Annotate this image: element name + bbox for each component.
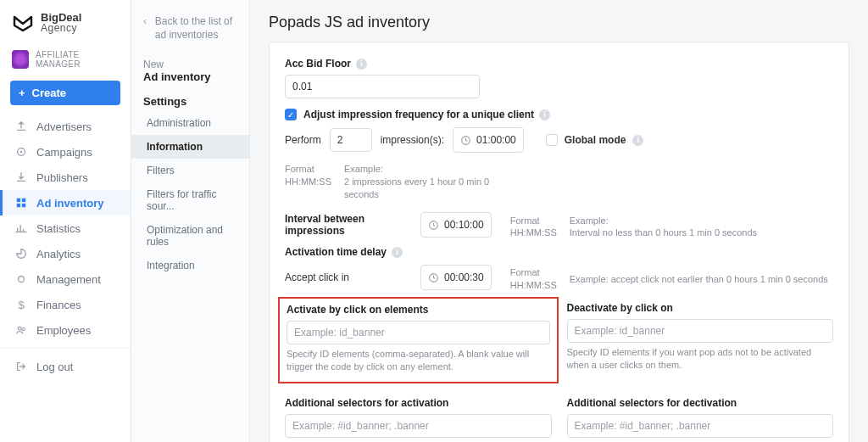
pie-icon: [14, 247, 28, 260]
subnav-administration[interactable]: Administration: [131, 111, 249, 135]
sidebar-secondary: ‹ Back to the list of ad inventories New…: [131, 0, 250, 442]
adjust-freq-checkbox-row[interactable]: ✓ Adjust impression frequency for a uniq…: [285, 109, 833, 120]
nav-divider: [0, 348, 131, 349]
clock-icon: [428, 220, 439, 231]
clock-icon: [460, 135, 471, 146]
subnav-integration[interactable]: Integration: [131, 254, 249, 277]
activate-click-highlight: Activate by click on elements Specify ID…: [278, 297, 559, 383]
dollar-icon: $: [14, 298, 28, 311]
interval-label: Interval between impressions: [285, 213, 412, 237]
form-card: Acc Bid Floori ✓ Adjust impression frequ…: [269, 42, 849, 442]
add-sel-act-label: Additional selectors for activation: [285, 397, 448, 409]
deactivate-click-hint: Specify ID elements if you want pop ads …: [567, 346, 834, 372]
back-link[interactable]: ‹ Back to the list of ad inventories: [131, 10, 249, 50]
format-hint: Format HH:MM:SS: [285, 163, 336, 188]
download-icon: [14, 171, 28, 184]
create-button-label: Create: [32, 87, 66, 99]
clock-icon: [428, 272, 439, 283]
plus-icon: +: [19, 87, 25, 99]
grid-icon: [14, 196, 28, 210]
add-sel-act-input[interactable]: [285, 414, 552, 438]
activation-delay-label: Activation time delay: [285, 246, 387, 258]
format-hint-2: Format HH:MM:SS: [510, 215, 561, 240]
global-mode-checkbox[interactable]: Global mode i: [546, 134, 644, 146]
users-icon: [14, 323, 28, 337]
svg-rect-3: [22, 199, 25, 202]
svg-rect-5: [22, 204, 25, 207]
brand-logo: BigDeal Agency: [0, 8, 131, 45]
logo-icon: [12, 14, 34, 32]
crumb-entity: Ad inventory: [131, 70, 249, 88]
gear-icon: [14, 272, 28, 286]
info-icon[interactable]: i: [392, 247, 403, 258]
nav-publishers[interactable]: Publishers: [0, 165, 131, 190]
accept-click-time-input[interactable]: 00:00:30: [420, 265, 492, 290]
svg-point-7: [18, 327, 21, 330]
subnav-optimization[interactable]: Optimization and rules: [131, 218, 249, 254]
logout-icon: [14, 360, 28, 373]
role-avatar-icon: [12, 50, 29, 69]
acc-bid-floor-label: Acc Bid Floor: [285, 58, 351, 70]
svg-point-8: [22, 328, 25, 331]
nav-management[interactable]: Management: [0, 266, 131, 292]
nav-finances[interactable]: $Finances: [0, 292, 131, 317]
example-freq: Example: 2 impressions every 1 hour 0 mi…: [344, 163, 514, 201]
role-row: AFFILIATE MANAGER: [0, 45, 131, 77]
example-interval: Example: Interval no less than 0 hours 1…: [570, 215, 833, 240]
subnav-filters-traffic[interactable]: Filters for traffic sour...: [131, 182, 249, 218]
chevron-left-icon: ‹: [143, 15, 148, 42]
nav-advertisers[interactable]: Advertisers: [0, 114, 131, 139]
perform-suffix: impression(s):: [381, 134, 444, 146]
nav-logout[interactable]: Log out: [0, 354, 131, 379]
nav-analytics[interactable]: Analytics: [0, 241, 131, 266]
upload-icon: [14, 120, 28, 133]
nav-ad-inventory[interactable]: Ad inventory: [0, 190, 131, 215]
example-accept: Example: accept click not earlier than 0…: [570, 273, 833, 286]
checkbox-icon: [546, 134, 558, 146]
interval-time-input[interactable]: 00:10:00: [420, 212, 492, 238]
activate-click-input[interactable]: [287, 321, 550, 344]
bars-icon: [14, 221, 28, 235]
create-button[interactable]: + Create: [10, 81, 120, 105]
add-sel-deact-input[interactable]: [567, 414, 834, 438]
subnav-information[interactable]: Information: [131, 135, 249, 159]
target-icon: [14, 145, 28, 159]
deactivate-click-input[interactable]: [567, 319, 834, 343]
deactivate-click-label: Deactivate by click on: [567, 302, 673, 314]
activate-click-label: Activate by click on elements: [287, 304, 428, 316]
crumb-new: New: [131, 50, 249, 70]
perform-count-input[interactable]: [330, 128, 372, 152]
subnav-filters[interactable]: Filters: [131, 159, 249, 182]
svg-rect-4: [17, 204, 20, 207]
info-icon[interactable]: i: [632, 135, 643, 146]
svg-point-6: [19, 277, 25, 283]
activate-click-hint: Specify ID elements (comma-separated). A…: [287, 348, 550, 373]
settings-heading: Settings: [131, 88, 249, 111]
brand-line2: Agency: [41, 23, 81, 33]
nav-statistics[interactable]: Statistics: [0, 215, 131, 241]
info-icon[interactable]: i: [539, 109, 550, 120]
nav-employees[interactable]: Employees: [0, 317, 131, 343]
checkbox-checked-icon: ✓: [285, 109, 297, 120]
info-icon[interactable]: i: [356, 59, 367, 70]
accept-click-label: Accept click in: [285, 271, 412, 283]
sidebar-primary: BigDeal Agency AFFILIATE MANAGER + Creat…: [0, 0, 131, 442]
format-hint-3: Format HH:MM:SS: [510, 266, 561, 292]
main: Popads JS ad inventory Acc Bid Floori ✓ …: [250, 0, 868, 442]
svg-point-1: [20, 151, 23, 154]
add-sel-deact-label: Additional selectors for dectivation: [567, 397, 737, 409]
perform-label: Perform: [285, 134, 321, 146]
role-label: AFFILIATE MANAGER: [36, 50, 119, 69]
svg-rect-2: [17, 199, 20, 202]
acc-bid-floor-input[interactable]: [285, 75, 480, 98]
page-title: Popads JS ad inventory: [250, 0, 868, 42]
nav-campaigns[interactable]: Campaigns: [0, 139, 131, 165]
perform-time-input[interactable]: 01:00:00: [453, 127, 524, 153]
